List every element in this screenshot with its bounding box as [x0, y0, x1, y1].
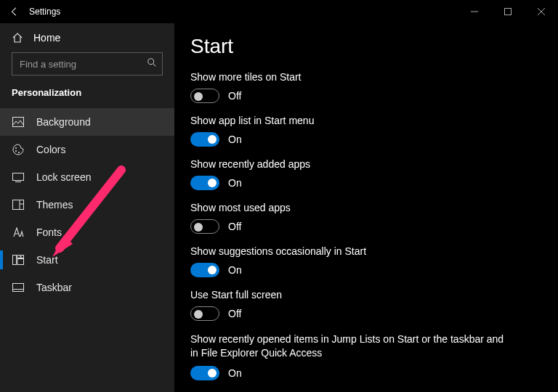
themes-icon — [12, 200, 25, 210]
toggle-switch[interactable] — [190, 366, 219, 380]
sidebar-item-lock-screen[interactable]: Lock screen — [0, 163, 174, 191]
section-header: Personalization — [0, 83, 174, 108]
sidebar-item-colors[interactable]: Colors — [0, 136, 174, 163]
toggle-knob-icon — [194, 92, 203, 101]
setting-label: Show more tiles on Start — [190, 71, 542, 83]
window-title: Settings — [29, 7, 60, 17]
search-icon — [147, 57, 157, 70]
lock-screen-icon — [12, 173, 25, 182]
toggle-state-label: Off — [228, 90, 241, 102]
sidebar-item-label: Themes — [36, 199, 73, 211]
search-input[interactable] — [12, 52, 163, 75]
toggle-row: On — [190, 366, 542, 380]
toggle-switch[interactable] — [190, 132, 219, 147]
close-button[interactable] — [525, 0, 558, 23]
toggle-row: On — [190, 132, 542, 147]
toggle-state-label: Off — [228, 221, 241, 232]
window-controls — [458, 0, 558, 23]
svg-rect-0 — [505, 9, 512, 15]
close-icon — [538, 8, 545, 15]
toggle-knob-icon — [208, 179, 217, 187]
svg-point-4 — [15, 150, 17, 152]
toggle-knob-icon — [208, 266, 217, 274]
toggle-knob-icon — [208, 135, 217, 144]
taskbar-icon — [12, 283, 25, 292]
sidebar-item-taskbar[interactable]: Taskbar — [0, 274, 174, 301]
toggle-row: Off — [190, 219, 542, 234]
sidebar: Home Personalization Background Colors — [0, 23, 174, 392]
svg-rect-2 — [13, 118, 24, 127]
toggle-row: Off — [190, 89, 542, 103]
svg-point-1 — [148, 59, 154, 65]
title-bar: Settings — [0, 0, 558, 23]
setting-row: Show more tiles on StartOff — [190, 71, 542, 103]
toggle-switch[interactable] — [190, 176, 219, 190]
setting-row: Show app list in Start menuOn — [190, 115, 542, 147]
svg-rect-11 — [17, 259, 24, 265]
toggle-knob-icon — [194, 223, 203, 232]
home-label: Home — [33, 32, 60, 44]
setting-label: Show recently added apps — [190, 158, 542, 170]
svg-point-3 — [15, 147, 17, 149]
maximize-icon — [504, 8, 512, 15]
main-content: Start Show more tiles on StartOffShow ap… — [174, 23, 558, 392]
colors-icon — [12, 144, 25, 155]
search-box — [12, 52, 163, 75]
setting-row: Show suggestions occasionally in StartOn — [190, 245, 542, 277]
toggle-row: On — [190, 176, 542, 190]
toggle-row: Off — [190, 306, 542, 321]
setting-row: Show most used appsOff — [190, 202, 542, 234]
toggle-switch[interactable] — [190, 219, 219, 234]
svg-rect-6 — [13, 173, 24, 180]
nav-list: Background Colors Lock screen Themes Fon… — [0, 108, 174, 301]
setting-label: Show recently opened items in Jump Lists… — [190, 332, 510, 360]
setting-label: Use Start full screen — [190, 289, 542, 301]
sidebar-item-fonts[interactable]: Fonts — [0, 219, 174, 246]
svg-rect-7 — [13, 200, 24, 210]
home-button[interactable]: Home — [0, 23, 174, 52]
toggle-state-label: On — [228, 177, 242, 189]
svg-rect-9 — [17, 256, 20, 258]
sidebar-item-start[interactable]: Start — [0, 246, 174, 274]
toggle-state-label: On — [228, 134, 242, 145]
setting-row: Show recently added appsOn — [190, 158, 542, 190]
sidebar-item-label: Start — [36, 254, 58, 266]
sidebar-item-label: Taskbar — [36, 282, 72, 293]
back-button[interactable] — [0, 0, 29, 23]
minimize-icon — [471, 8, 478, 15]
sidebar-item-label: Fonts — [36, 226, 62, 238]
svg-point-5 — [18, 152, 20, 153]
setting-label: Show app list in Start menu — [190, 115, 542, 126]
home-icon — [12, 32, 23, 44]
setting-label: Show suggestions occasionally in Start — [190, 245, 542, 257]
svg-rect-10 — [21, 256, 24, 258]
fonts-icon — [12, 227, 25, 237]
toggle-switch[interactable] — [190, 263, 219, 277]
minimize-button[interactable] — [458, 0, 491, 23]
sidebar-item-themes[interactable]: Themes — [0, 191, 174, 219]
background-icon — [12, 117, 25, 127]
sidebar-item-label: Lock screen — [36, 171, 91, 183]
toggle-state-label: On — [228, 367, 242, 379]
maximize-button[interactable] — [491, 0, 525, 23]
toggle-state-label: On — [228, 264, 242, 276]
sidebar-item-background[interactable]: Background — [0, 108, 174, 136]
svg-rect-12 — [13, 284, 24, 292]
setting-row: Use Start full screenOff — [190, 289, 542, 321]
toggle-state-label: Off — [228, 308, 241, 319]
svg-rect-8 — [13, 256, 17, 265]
toggle-row: On — [190, 263, 542, 277]
start-icon — [12, 255, 25, 265]
sidebar-item-label: Colors — [36, 144, 65, 155]
sidebar-item-label: Background — [36, 116, 91, 128]
setting-row: Show recently opened items in Jump Lists… — [190, 332, 542, 380]
arrow-left-icon — [9, 7, 20, 17]
page-title: Start — [190, 35, 542, 58]
toggle-switch[interactable] — [190, 89, 219, 103]
setting-label: Show most used apps — [190, 202, 542, 213]
toggle-knob-icon — [208, 369, 217, 377]
toggle-knob-icon — [194, 310, 203, 319]
toggle-switch[interactable] — [190, 306, 219, 321]
